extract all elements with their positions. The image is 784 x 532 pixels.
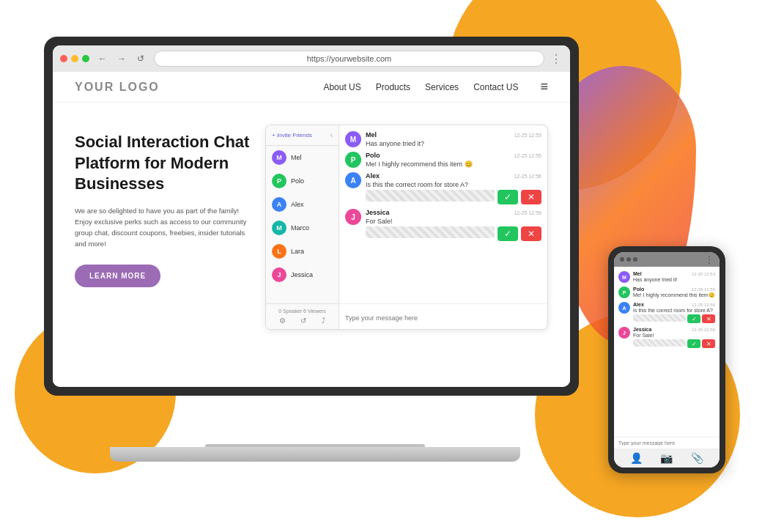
phone-input[interactable]: [618, 440, 715, 446]
nav-contact[interactable]: Contact US: [473, 82, 518, 92]
phone-msg-name-alex: Alex: [633, 302, 644, 307]
phone-msg-actions-jessica: ✓ ✕: [633, 339, 715, 348]
msg-header-jessica: Jessica 12-25 12:59: [366, 209, 541, 216]
forward-button[interactable]: →: [114, 51, 129, 66]
user-name-alex: Alex: [291, 201, 304, 208]
phone-msg-name-polo: Polo: [633, 287, 644, 292]
laptop-screen: ← → ↺ https://yourwebsite.com ⋮ YOUR LOG…: [53, 45, 570, 387]
dot-green[interactable]: [82, 55, 89, 62]
nav-about[interactable]: About US: [323, 82, 360, 92]
user-avatar-alex: A: [272, 197, 286, 212]
back-button[interactable]: ←: [95, 51, 110, 66]
website-nav-links: About US Products Services Contact US ≡: [323, 79, 548, 95]
scene: ← → ↺ https://yourwebsite.com ⋮ YOUR LOG…: [0, 0, 784, 532]
phone-avatar-jessica: J: [618, 327, 630, 339]
msg-time-polo: 12-25 12:55: [514, 153, 541, 158]
invite-text[interactable]: + Invite Friends: [272, 132, 312, 138]
user-avatar-jessica: J: [272, 267, 286, 282]
phone-bottom-bar: 👤 📷 📎: [614, 448, 720, 468]
website-content: YOUR LOGO About US Products Services Con…: [53, 72, 570, 387]
phone-avatar-polo: P: [618, 287, 630, 298]
refresh-icon[interactable]: ↺: [300, 317, 306, 325]
phone-msg-time-polo: 12-25 12:55: [692, 287, 715, 292]
chat-user-jessica[interactable]: J Jessica: [266, 263, 339, 287]
share-icon[interactable]: ⤴: [322, 317, 325, 325]
phone-attach-icon[interactable]: 📎: [691, 452, 703, 464]
chat-user-polo[interactable]: P Polo: [266, 169, 339, 193]
phone-msg-text-alex: Is this the correct room for store A?: [633, 307, 715, 314]
sidebar-toggle[interactable]: ‹: [330, 131, 333, 139]
chat-user-mel[interactable]: M Mel: [266, 146, 339, 169]
chat-sidebar: + Invite Friends ‹ M Mel P Polo: [266, 125, 339, 329]
chat-sidebar-header: + Invite Friends ‹: [266, 125, 339, 146]
phone-reject-alex[interactable]: ✕: [702, 314, 715, 323]
laptop: ← → ↺ https://yourwebsite.com ⋮ YOUR LOG…: [44, 37, 586, 462]
user-name-mel: Mel: [291, 154, 302, 161]
phone-msg-header-mel: Mel 12-25 12:53: [633, 271, 715, 276]
speaker-info: 0 Speaker 6 Viewers: [272, 309, 333, 314]
chat-user-marco[interactable]: M Marco: [266, 216, 339, 240]
hero-title: Social Interaction Chat Platform for Mod…: [75, 132, 251, 195]
phone-messages: M Mel 12-25 12:53 Has anyone tried it! P: [614, 267, 720, 437]
phone-msg-header-alex: Alex 12-25 12:56: [633, 302, 715, 307]
msg-time-jessica: 12-25 12:59: [514, 210, 541, 215]
chat-user-alex[interactable]: A Alex: [266, 193, 339, 216]
website-nav: YOUR LOGO About US Products Services Con…: [53, 72, 570, 103]
message-alex: A Alex 12-25 12:56 Is this the correct r…: [345, 172, 541, 204]
chat-input[interactable]: [345, 314, 541, 322]
dot-yellow[interactable]: [71, 55, 78, 62]
user-avatar-polo: P: [272, 174, 286, 188]
phone-msg-body-mel: Mel 12-25 12:53 Has anyone tried it!: [633, 271, 715, 283]
phone-message-jessica: J Jessica 12-25 12:56 For Sale! ✓ ✕: [618, 327, 715, 348]
msg-avatar-alex: A: [345, 172, 361, 188]
chat-input-area: [339, 303, 547, 329]
phone-camera-icon[interactable]: 📷: [660, 452, 673, 464]
approve-button-jessica[interactable]: ✓: [498, 226, 518, 241]
phone-msg-body-alex: Alex 12-25 12:56 Is this the correct roo…: [633, 302, 715, 323]
phone-msg-header-polo: Polo 12-25 12:55: [633, 287, 715, 292]
phone-approve-alex[interactable]: ✓: [687, 314, 700, 323]
chat-messages: M Mel 12-25 12:53 Has anyone tried it?: [339, 125, 547, 303]
hero-description: We are so delighted to have you as part …: [75, 205, 251, 250]
nav-products[interactable]: Products: [376, 82, 410, 92]
user-avatar-lara: L: [272, 244, 286, 259]
phone-msg-time-mel: 12-25 12:53: [692, 272, 715, 276]
phone-approve-jessica[interactable]: ✓: [687, 339, 700, 348]
phone-msg-header-jessica: Jessica 12-25 12:56: [633, 327, 715, 332]
reject-button-alex[interactable]: ✕: [521, 190, 541, 204]
msg-name-jessica: Jessica: [366, 209, 390, 216]
phone-dot-1: [620, 257, 624, 262]
phone-user-icon[interactable]: 👤: [630, 452, 643, 464]
phone-status-dots: [620, 257, 637, 262]
user-name-jessica: Jessica: [291, 271, 313, 278]
msg-name-polo: Polo: [366, 152, 380, 159]
browser-menu[interactable]: ⋮: [550, 52, 563, 66]
message-polo: P Polo 12-25 12:55 Me! I highly recommen…: [345, 152, 541, 168]
msg-time-alex: 12-25 12:56: [514, 174, 541, 179]
approve-button-alex[interactable]: ✓: [498, 190, 518, 204]
refresh-button[interactable]: ↺: [133, 51, 148, 66]
reject-button-jessica[interactable]: ✕: [521, 226, 541, 241]
dot-red[interactable]: [60, 55, 67, 62]
msg-actions-jessica: ✓ ✕: [366, 226, 541, 241]
chat-user-lara[interactable]: L Lara: [266, 240, 339, 263]
message-mel: M Mel 12-25 12:53 Has anyone tried it?: [345, 131, 541, 147]
striped-bg-alex: [366, 190, 495, 202]
url-bar[interactable]: https://yourwebsite.com: [154, 51, 544, 67]
chat-main: M Mel 12-25 12:53 Has anyone tried it?: [339, 125, 547, 329]
phone-reject-jessica[interactable]: ✕: [702, 339, 715, 348]
msg-name-mel: Mel: [366, 131, 377, 138]
learn-more-button[interactable]: LEARN MORE: [75, 265, 160, 287]
message-jessica: J Jessica 12-25 12:59 For Sale!: [345, 209, 541, 241]
msg-body-jessica: Jessica 12-25 12:59 For Sale! ✓ ✕: [366, 209, 541, 241]
hero-text: Social Interaction Chat Platform for Mod…: [75, 117, 251, 362]
msg-header-alex: Alex 12-25 12:56: [366, 172, 541, 180]
phone-menu[interactable]: ⋮: [705, 254, 714, 265]
phone-message-polo: P Polo 12-25 12:55 Me! I highly recommen…: [618, 287, 715, 298]
settings-icon[interactable]: ⚙: [279, 317, 286, 325]
browser-bar: ← → ↺ https://yourwebsite.com ⋮: [53, 45, 570, 72]
nav-services[interactable]: Services: [425, 82, 459, 92]
phone-dot-2: [626, 257, 631, 262]
phone-msg-text-mel: Has anyone tried it!: [633, 276, 715, 283]
hamburger-menu[interactable]: ≡: [540, 79, 548, 95]
